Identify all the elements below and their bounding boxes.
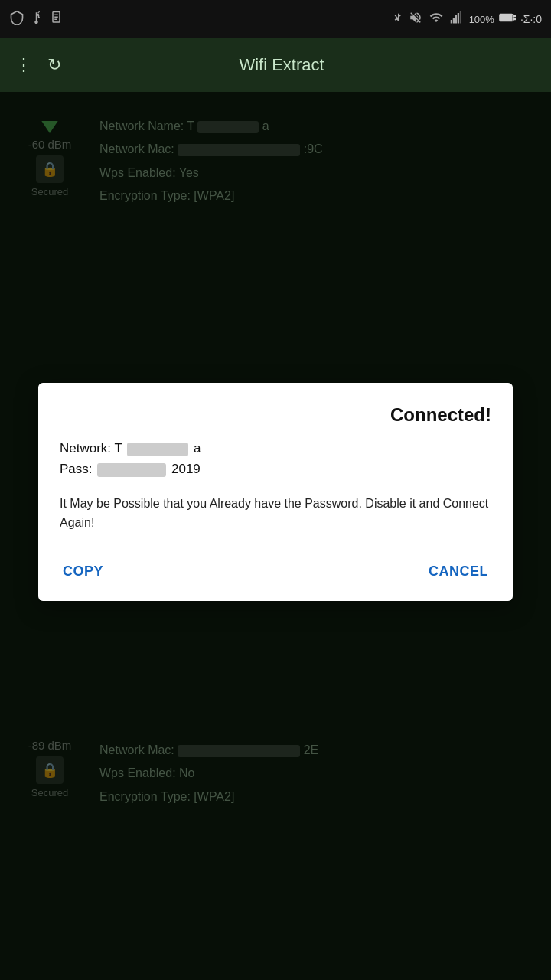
svg-rect-8 bbox=[459, 11, 461, 24]
status-left-icons bbox=[9, 10, 64, 28]
network-name-prefix: T bbox=[115, 441, 122, 456]
svg-rect-6 bbox=[455, 15, 456, 24]
network-label: Network: bbox=[60, 441, 111, 456]
refresh-button[interactable]: ↻ bbox=[47, 55, 61, 75]
app-bar: ⋮ ↻ Wifi Extract bbox=[0, 38, 551, 92]
pass-suffix: 2019 bbox=[171, 462, 201, 476]
status-bar: 100% ·Σ·:0 bbox=[0, 0, 551, 38]
menu-button[interactable]: ⋮ bbox=[15, 55, 32, 75]
dialog-message: It May be Possible that you Already have… bbox=[60, 495, 491, 533]
app-title: Wifi Extract bbox=[77, 55, 487, 75]
battery-percent: 100% bbox=[469, 14, 494, 25]
svg-rect-10 bbox=[500, 15, 511, 21]
usb-icon bbox=[31, 10, 44, 28]
network-name-suffix: a bbox=[194, 441, 201, 456]
dialog-pass-row: Pass: 2019 bbox=[60, 459, 491, 479]
connected-label: Connected! bbox=[390, 404, 491, 425]
pass-redacted bbox=[97, 463, 166, 477]
main-content: -60 dBm 🔒 Secured Network Name: T a Netw… bbox=[0, 92, 551, 980]
wifi-signal-icon bbox=[428, 11, 445, 28]
signal-bars-icon bbox=[449, 11, 465, 28]
bluetooth-icon bbox=[393, 10, 403, 28]
dialog-network-info: Network: T a Pass: 2019 bbox=[60, 438, 491, 479]
dialog-network-row: Network: T a bbox=[60, 438, 491, 459]
pass-label: Pass: bbox=[60, 462, 93, 476]
status-right-icons: 100% ·Σ·:0 bbox=[393, 10, 542, 28]
network-name-redacted bbox=[127, 443, 188, 456]
copy-button[interactable]: COPY bbox=[60, 557, 106, 586]
svg-rect-5 bbox=[452, 18, 454, 24]
connected-dialog: Connected! Network: T a Pass: 2019 It Ma… bbox=[38, 383, 513, 601]
svg-rect-4 bbox=[450, 20, 452, 24]
document-icon bbox=[51, 10, 64, 28]
dialog-header: Connected! bbox=[60, 404, 491, 426]
shield-icon bbox=[9, 10, 24, 28]
svg-rect-7 bbox=[457, 13, 458, 24]
volume-mute-icon bbox=[408, 11, 423, 28]
dialog-actions: COPY CANCEL bbox=[60, 554, 491, 586]
sigma-icon: ·Σ·:0 bbox=[520, 13, 542, 25]
battery-icon bbox=[499, 12, 516, 26]
cancel-button[interactable]: CANCEL bbox=[425, 557, 491, 586]
